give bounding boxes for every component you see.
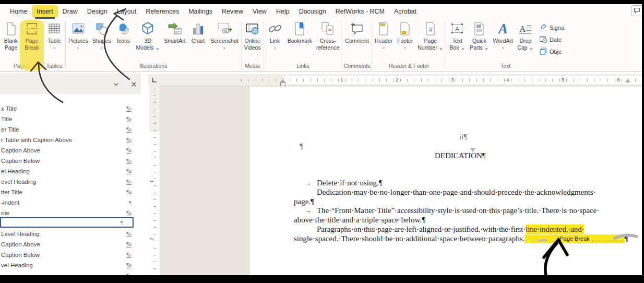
ribbon-tab-insert[interactable]: Insert <box>32 5 57 18</box>
style-list-item[interactable]: ¶ <box>0 217 134 228</box>
svg-text:A: A <box>519 24 526 34</box>
paragraph-mark: ¶a <box>126 262 132 268</box>
horizontal-ruler[interactable]: 123456 <box>160 74 642 86</box>
ribbon-tab-help[interactable]: Help <box>271 5 294 18</box>
ribbon-tab-mailings[interactable]: Mailings <box>184 5 217 18</box>
footer-button[interactable]: Footer⌄ <box>395 19 415 62</box>
screenshot-icon <box>217 21 232 37</box>
chevron-down-icon[interactable]: ⌄ <box>273 44 277 50</box>
style-list-item[interactable]: vel Heading¶a <box>0 260 141 270</box>
ribbon-tab-review[interactable]: Review <box>217 5 248 18</box>
pictures-button[interactable]: Pictures⌄ <box>66 19 90 62</box>
chevron-down-icon[interactable]: ⌄ <box>381 44 386 50</box>
icons-button[interactable]: Icons <box>113 19 134 62</box>
chevron-down-icon[interactable]: ⌄ <box>52 44 56 50</box>
button-label: Models ⌄ <box>136 44 160 51</box>
table-icon <box>46 21 62 37</box>
ruler-number: 1 <box>338 76 345 84</box>
chevron-down-icon[interactable] <box>111 79 121 89</box>
ribbon-tab-docusign[interactable]: Docusign <box>294 5 331 18</box>
object-button[interactable]: Obje <box>539 47 564 56</box>
online-videos-icon <box>245 21 260 37</box>
style-list-item[interactable]: el Heading¶a <box>0 166 141 176</box>
style-list-item[interactable]: ote¶a <box>0 208 141 218</box>
text-run: ii¶ <box>459 133 467 141</box>
style-list-item[interactable]: Caption Below¶a <box>0 156 141 166</box>
chevron-down-icon[interactable]: ⌄ <box>76 44 80 50</box>
style-list-item[interactable]: tter Title¶a <box>0 187 141 197</box>
style-list-item[interactable]: -indent¶ <box>0 197 141 208</box>
right-indent-marker[interactable] <box>625 79 630 82</box>
online-videos-button[interactable]: OnlineVideos <box>242 19 263 62</box>
chart-button[interactable]: Chart <box>188 19 209 62</box>
cross-reference-button[interactable]: Cross-reference <box>314 19 341 62</box>
chevron-down-icon[interactable]: ⌄ <box>222 44 226 50</box>
style-list-item[interactable]: er Title¶a <box>0 124 141 135</box>
smartart-icon <box>167 21 183 37</box>
style-name: Title <box>1 116 12 122</box>
signature-button[interactable]: Signa <box>539 23 564 32</box>
style-list-item[interactable]: evel Heading¶a <box>0 176 141 187</box>
header-button[interactable]: Header⌄ <box>373 19 395 62</box>
style-list-item[interactable]: x Title¶a <box>0 103 141 114</box>
button-label: Icons <box>117 38 130 44</box>
ribbon-tab-design[interactable]: Design <box>82 5 112 18</box>
ribbon-tab-refworks-rcm[interactable]: RefWorks - RCM <box>331 5 389 18</box>
ribbon-tab-references[interactable]: References <box>141 5 184 18</box>
style-list-item[interactable]: r Table with Caption Above¶a <box>0 135 141 145</box>
hanging-indent-marker[interactable] <box>280 79 285 82</box>
icons-icon <box>116 21 132 37</box>
shapes-button[interactable]: Shapes⌄ <box>90 19 113 62</box>
quick-parts-icon <box>471 21 487 37</box>
smartart-button[interactable]: SmartArt <box>162 19 187 62</box>
close-icon[interactable] <box>128 79 139 89</box>
wordart-button[interactable]: AWordArt⌄ <box>491 19 515 62</box>
bookmark-button[interactable]: Bookmark <box>285 19 314 62</box>
pictures-icon <box>70 21 86 37</box>
paragraph-mark: ¶a <box>126 137 132 143</box>
bottom-black-bar <box>0 275 644 283</box>
drop-cap-button[interactable]: ADropCap ⌄ <box>515 19 536 62</box>
tab-selector[interactable] <box>148 74 160 86</box>
page-break-dots <box>592 235 623 241</box>
text-run: single·spaced.·There·should·be·no·additi… <box>294 234 524 243</box>
comment-button[interactable]: Comment <box>343 19 371 62</box>
paragraph-mark: ¶a <box>126 231 132 237</box>
ribbon-tab-acrobat[interactable]: Acrobat <box>389 5 421 18</box>
button-label: Page <box>5 44 18 51</box>
chevron-down-icon[interactable]: ⌄ <box>403 44 408 50</box>
style-list-item[interactable]: Caption Above¶a <box>0 145 141 156</box>
blank-page-button[interactable]: BlankPage <box>1 19 21 62</box>
ribbon-tab-home[interactable]: Home <box>5 5 32 18</box>
screenshot-button[interactable]: Screenshot⌄ <box>209 19 241 62</box>
svg-text:#: # <box>428 26 433 33</box>
quick-parts-button[interactable]: QuickParts ⌄ <box>468 19 491 62</box>
page-break-button[interactable]: PageBreak <box>21 19 42 62</box>
chevron-down-icon[interactable]: ⌄ <box>501 44 505 50</box>
chevron-down-icon[interactable]: ⌄ <box>100 44 104 50</box>
ribbon-tab-layout[interactable]: Layout <box>112 5 141 18</box>
ribbon-group-label: Comments <box>343 62 371 71</box>
style-list-item[interactable]: Title¶a <box>0 114 141 124</box>
date-time-button[interactable]: Date <box>539 35 564 44</box>
page-number-button[interactable]: #PageNumber ⌄ <box>415 19 445 62</box>
button-label: Date <box>550 37 562 43</box>
table-button[interactable]: Table⌄ <box>44 19 65 62</box>
style-list-item[interactable]: Level Heading¶a <box>0 229 141 239</box>
left-indent-marker[interactable] <box>280 82 285 86</box>
ribbon-group-header-footer: Header⌄Footer⌄#PageNumber ⌄Header & Foot… <box>372 19 446 71</box>
document-text-line: Paragraphs·on·this·page·are·left·aligned… <box>317 225 584 234</box>
style-list-item[interactable]: Caption Above¶a <box>0 239 141 250</box>
text-box-button[interactable]: ATextBox ⌄ <box>447 19 468 62</box>
style-name: Caption Above <box>1 241 40 247</box>
text-run: Dedication·may·be·no·longer·than·one·pag… <box>317 188 596 196</box>
button-label: Break <box>25 44 39 51</box>
button-label: Text <box>452 38 462 44</box>
ribbon-tab-view[interactable]: View <box>248 5 271 18</box>
3d-models-button[interactable]: 3DModels ⌄ <box>134 19 162 62</box>
style-list-item[interactable]: Caption Below¶a <box>0 250 141 260</box>
link-button[interactable]: Link⌄ <box>265 19 285 62</box>
tab-mark: → <box>304 206 317 215</box>
ribbon-tab-draw[interactable]: Draw <box>58 5 82 18</box>
paragraph-mark: ¶a <box>126 105 132 112</box>
